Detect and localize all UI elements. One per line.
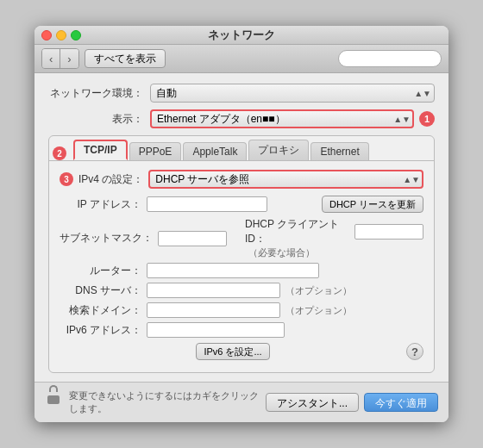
tab-tcpip[interactable]: TCP/IP xyxy=(73,140,128,160)
search-input[interactable] xyxy=(338,50,442,67)
toolbar: ‹ › すべてを表示 xyxy=(34,45,448,73)
subnet-input[interactable] xyxy=(158,231,227,246)
search-domain-input[interactable] xyxy=(147,302,280,318)
ipv6-row: IPv6 アドレス： xyxy=(60,322,423,338)
ipv6-button-row: IPv6 を設定... ? xyxy=(60,343,423,364)
tabs-header: 2 TCP/IP PPPoE AppleTalk プロキシ Ethernet xyxy=(49,136,434,160)
titlebar: ネットワーク xyxy=(34,26,448,45)
dns-opt: （オプション） xyxy=(285,284,352,297)
subnet-group: サブネットマスク： xyxy=(60,217,238,259)
tab-pppoe[interactable]: PPPoE xyxy=(129,142,182,160)
network-env-row: ネットワーク環境： 自動 ▲▼ xyxy=(48,84,435,103)
search-domain-opt: （オプション） xyxy=(285,304,352,317)
show-all-button[interactable]: すべてを表示 xyxy=(85,49,166,68)
lock-text: 変更できないようにするにはカギをクリックします。 xyxy=(69,389,259,415)
display-select[interactable]: Ethernet アダプタ（en■■） xyxy=(150,109,414,128)
dhcp-client-inner: DHCP クライアント ID： xyxy=(245,217,423,246)
ipv6-input[interactable] xyxy=(147,322,285,338)
close-button[interactable] xyxy=(41,30,52,40)
ipv6-settings-button[interactable]: IPv6 を設定... xyxy=(196,343,269,360)
nav-buttons: ‹ › xyxy=(41,48,79,69)
lock-button[interactable] xyxy=(45,392,62,413)
help-button[interactable]: ? xyxy=(406,343,423,360)
ipv4-select-wrapper: DHCP サーバを参照 ▲▼ xyxy=(148,170,423,189)
dns-row: DNS サーバ： （オプション） xyxy=(60,283,423,298)
dhcp-renew-button[interactable]: DHCP リースを更新 xyxy=(322,196,423,213)
bottom-buttons: アシスタント... 今すぐ適用 xyxy=(266,393,438,412)
bottom-bar: 変更できないようにするにはカギをクリックします。 アシスタント... 今すぐ適用 xyxy=(34,382,448,422)
lock-shackle xyxy=(49,385,58,392)
back-button[interactable]: ‹ xyxy=(42,49,60,68)
tcp-badge: 2 xyxy=(53,146,66,160)
search-domain-row: 検索ドメイン： （オプション） xyxy=(60,302,423,318)
router-row: ルーター： xyxy=(60,263,423,278)
ipv4-select[interactable]: DHCP サーバを参照 xyxy=(148,170,423,189)
lock-body xyxy=(47,395,60,404)
network-env-label: ネットワーク環境： xyxy=(48,86,143,101)
subnet-dhcp-row: サブネットマスク： DHCP クライアント ID： （必要な場合） xyxy=(60,217,423,259)
subnet-label: サブネットマスク： xyxy=(60,231,153,246)
ipv4-setting-row: 3 IPv4 の設定： DHCP サーバを参照 ▲▼ xyxy=(60,170,423,189)
traffic-lights xyxy=(41,30,81,40)
tab-ethernet[interactable]: Ethernet xyxy=(310,142,368,160)
content-area: ネットワーク環境： 自動 ▲▼ 表示： Ethernet アダプタ（en■■） … xyxy=(34,73,448,373)
display-badge: 1 xyxy=(419,111,435,127)
network-window: ネットワーク ‹ › すべてを表示 ネットワーク環境： 自動 ▲▼ 表示： xyxy=(34,26,448,422)
dhcp-client-label: DHCP クライアント ID： xyxy=(245,217,351,246)
assistant-button[interactable]: アシスタント... xyxy=(266,393,359,412)
display-row: 表示： Ethernet アダプタ（en■■） ▲▼ 1 xyxy=(48,109,435,128)
window-title: ネットワーク xyxy=(208,28,275,43)
dns-label: DNS サーバ： xyxy=(60,283,141,298)
dns-input[interactable] xyxy=(147,283,280,298)
forward-button[interactable]: › xyxy=(60,49,78,68)
ipv4-label: IPv4 の設定： xyxy=(78,172,143,187)
apply-button[interactable]: 今すぐ適用 xyxy=(364,393,438,412)
display-select-wrapper: Ethernet アダプタ（en■■） ▲▼ xyxy=(150,109,414,128)
network-env-select-wrapper: 自動 ▲▼ xyxy=(150,84,435,103)
network-env-select[interactable]: 自動 xyxy=(150,84,435,103)
router-input[interactable] xyxy=(147,263,319,278)
minimize-button[interactable] xyxy=(56,30,66,40)
ip-address-row: IP アドレス： DHCP リースを更新 xyxy=(60,196,423,213)
tcpip-tab-content: 3 IPv4 の設定： DHCP サーバを参照 ▲▼ IP アドレス： DHCP… xyxy=(49,160,434,372)
ipv6-label: IPv6 アドレス： xyxy=(60,323,141,338)
maximize-button[interactable] xyxy=(71,30,81,40)
display-label: 表示： xyxy=(48,112,143,127)
ip-input[interactable] xyxy=(147,196,267,212)
search-domain-label: 検索ドメイン： xyxy=(60,303,141,318)
dhcp-note: （必要な場合） xyxy=(248,246,315,259)
router-label: ルーター： xyxy=(60,264,141,278)
dhcp-client-group: DHCP クライアント ID： （必要な場合） xyxy=(245,217,423,259)
ipv4-badge: 3 xyxy=(60,172,73,186)
tabs-panel: 2 TCP/IP PPPoE AppleTalk プロキシ Ethernet 3… xyxy=(48,135,435,373)
ip-label: IP アドレス： xyxy=(60,197,141,212)
tab-appletalk[interactable]: AppleTalk xyxy=(183,142,247,160)
tab-proxy[interactable]: プロキシ xyxy=(248,140,309,160)
dhcp-client-input[interactable] xyxy=(354,224,423,240)
